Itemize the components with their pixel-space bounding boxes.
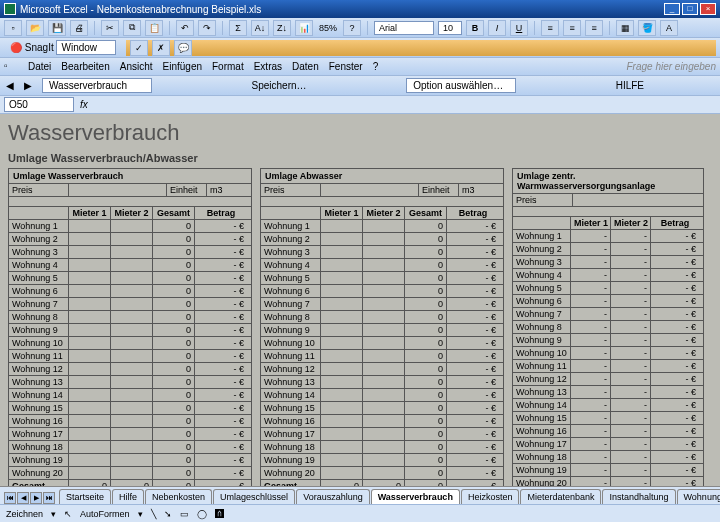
tab-wohnung1[interactable]: Wohnung1 (677, 489, 720, 504)
table-row[interactable]: Wohnung 140- € (9, 389, 251, 402)
menu-bearbeiten[interactable]: Bearbeiten (61, 61, 109, 72)
table-row[interactable]: Wohnung 90- € (9, 324, 251, 337)
worksheet-area[interactable]: Wasserverbrauch Umlage Wasserverbrauch/A… (0, 114, 720, 486)
table-row[interactable]: Wohnung 60- € (9, 285, 251, 298)
save-icon[interactable]: 💾 (48, 20, 66, 36)
redo-icon[interactable]: ↷ (198, 20, 216, 36)
help-link[interactable]: HILFE (616, 80, 644, 91)
table-row[interactable]: Wohnung 20--- € (513, 477, 703, 486)
sort-desc-icon[interactable]: Z↓ (273, 20, 291, 36)
open-icon[interactable]: 📂 (26, 20, 44, 36)
table-row[interactable]: Wohnung 90- € (261, 324, 503, 337)
file-icon[interactable]: ▫ (4, 60, 18, 74)
zoom-box[interactable]: 85% (317, 23, 339, 33)
font-name-box[interactable]: Arial (374, 21, 434, 35)
tab-nav-prev-icon[interactable]: ◀ (17, 492, 29, 504)
tab-nav-next-icon[interactable]: ▶ (30, 492, 42, 504)
paste-icon[interactable]: 📋 (145, 20, 163, 36)
table-row[interactable]: Wohnung 80- € (9, 311, 251, 324)
name-box[interactable]: O50 (4, 97, 74, 112)
align-right-icon[interactable]: ≡ (585, 20, 603, 36)
rect-icon[interactable]: ▭ (180, 509, 189, 519)
tab-heizkosten[interactable]: Heizkosten (461, 489, 520, 504)
tab-mieterdatenbank[interactable]: Mieterdatenbank (520, 489, 601, 504)
table-row[interactable]: Wohnung 20- € (9, 233, 251, 246)
table-row[interactable]: Wohnung 50- € (9, 272, 251, 285)
table-row[interactable]: Wohnung 10- € (9, 220, 251, 233)
table-row[interactable]: Wohnung 140- € (261, 389, 503, 402)
table-row[interactable]: Wohnung 160- € (9, 415, 251, 428)
autoshapes-menu[interactable]: AutoFormen (80, 509, 130, 519)
table-row[interactable]: Wohnung 8--- € (513, 321, 703, 334)
sum-icon[interactable]: Σ (229, 20, 247, 36)
table-row[interactable]: Wohnung 16--- € (513, 425, 703, 438)
table-row[interactable]: Wohnung 2--- € (513, 243, 703, 256)
table-row[interactable]: Wohnung 170- € (9, 428, 251, 441)
table-row[interactable]: Wohnung 15--- € (513, 412, 703, 425)
table-row[interactable]: Wohnung 9--- € (513, 334, 703, 347)
table-row[interactable]: Wohnung 7--- € (513, 308, 703, 321)
fx-icon[interactable]: fx (80, 99, 88, 110)
line-icon[interactable]: ╲ (151, 509, 156, 519)
align-center-icon[interactable]: ≡ (563, 20, 581, 36)
menu-datei[interactable]: Datei (28, 61, 51, 72)
table-row[interactable]: Wohnung 190- € (9, 454, 251, 467)
table-row[interactable]: Wohnung 18--- € (513, 451, 703, 464)
table-row[interactable]: Wohnung 13--- € (513, 386, 703, 399)
table-row[interactable]: Wohnung 150- € (9, 402, 251, 415)
table-row[interactable]: Wohnung 200- € (261, 467, 503, 480)
table-row[interactable]: Wohnung 11--- € (513, 360, 703, 373)
tab-nav-last-icon[interactable]: ⏭ (43, 492, 55, 504)
pointer-icon[interactable]: ↖ (64, 509, 72, 519)
table-row[interactable]: Wohnung 6--- € (513, 295, 703, 308)
arrow-icon[interactable]: ➘ (164, 509, 172, 519)
option-dropdown[interactable]: Option auswählen… (406, 78, 516, 93)
table-row[interactable]: Wohnung 70- € (261, 298, 503, 311)
menu-format[interactable]: Format (212, 61, 244, 72)
review-reject-icon[interactable]: ✗ (152, 40, 170, 56)
table-row[interactable]: Wohnung 60- € (261, 285, 503, 298)
print-icon[interactable]: 🖨 (70, 20, 88, 36)
bold-icon[interactable]: B (466, 20, 484, 36)
table-row[interactable]: Wohnung 180- € (9, 441, 251, 454)
table-row[interactable]: Wohnung 190- € (261, 454, 503, 467)
table-row[interactable]: Wohnung 110- € (261, 350, 503, 363)
menu-ansicht[interactable]: Ansicht (120, 61, 153, 72)
table-row[interactable]: Wohnung 80- € (261, 311, 503, 324)
ask-box[interactable]: Frage hier eingeben (626, 61, 716, 72)
textbox-icon[interactable]: 🅰 (215, 509, 224, 519)
table-row[interactable]: Wohnung 40- € (261, 259, 503, 272)
tab-umlageschlüssel[interactable]: Umlageschlüssel (213, 489, 295, 504)
table-row[interactable]: Wohnung 3--- € (513, 256, 703, 269)
chart-icon[interactable]: 📊 (295, 20, 313, 36)
font-color-icon[interactable]: A (660, 20, 678, 36)
tab-nebenkosten[interactable]: Nebenkosten (145, 489, 212, 504)
table-row[interactable]: Wohnung 120- € (261, 363, 503, 376)
table-row[interactable]: Wohnung 70- € (9, 298, 251, 311)
snagit-window-dropdown[interactable]: Window (56, 40, 116, 55)
table-row[interactable]: Wohnung 100- € (9, 337, 251, 350)
underline-icon[interactable]: U (510, 20, 528, 36)
tab-instandhaltung[interactable]: Instandhaltung (602, 489, 675, 504)
review-comment-icon[interactable]: 💬 (174, 40, 192, 56)
sort-asc-icon[interactable]: A↓ (251, 20, 269, 36)
table-row[interactable]: Wohnung 4--- € (513, 269, 703, 282)
copy-icon[interactable]: ⧉ (123, 20, 141, 36)
fill-color-icon[interactable]: 🪣 (638, 20, 656, 36)
section-dropdown[interactable]: Wasserverbrauch (42, 78, 152, 93)
borders-icon[interactable]: ▦ (616, 20, 634, 36)
table-row[interactable]: Wohnung 17--- € (513, 438, 703, 451)
menu-fenster[interactable]: Fenster (329, 61, 363, 72)
font-size-box[interactable]: 10 (438, 21, 462, 35)
table-row[interactable]: Wohnung 110- € (9, 350, 251, 363)
cut-icon[interactable]: ✂ (101, 20, 119, 36)
nav-back-icon[interactable]: ◀ (6, 80, 14, 91)
table-row[interactable]: Wohnung 10- € (261, 220, 503, 233)
tab-startseite[interactable]: Startseite (59, 489, 111, 504)
table-row[interactable]: Wohnung 200- € (9, 467, 251, 480)
table-row[interactable]: Wohnung 12--- € (513, 373, 703, 386)
table-row[interactable]: Wohnung 10--- € (513, 347, 703, 360)
table-row[interactable]: Wohnung 170- € (261, 428, 503, 441)
table-row[interactable]: Wohnung 130- € (9, 376, 251, 389)
table-row[interactable]: Wohnung 20- € (261, 233, 503, 246)
